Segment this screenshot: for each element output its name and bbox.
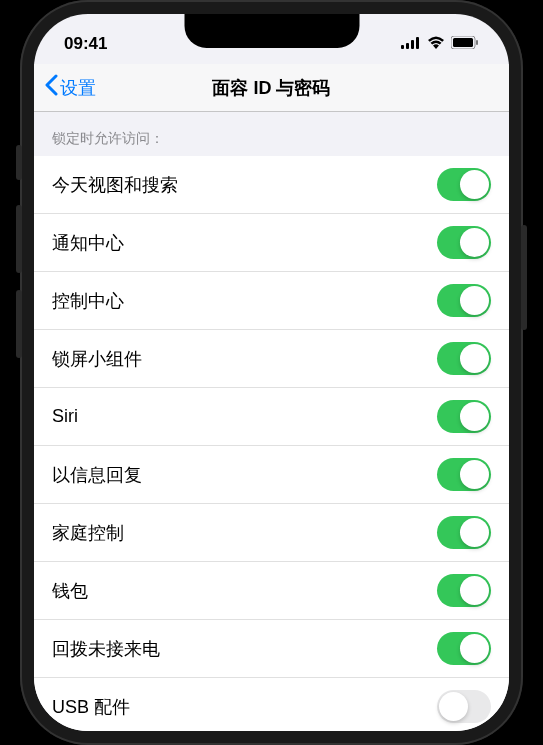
content-scroll[interactable]: 锁定时允许访问： 今天视图和搜索通知中心控制中心锁屏小组件Siri以信息回复家庭… [34, 112, 509, 731]
toggle-notification-center[interactable] [437, 226, 491, 259]
nav-bar: 设置 面容 ID 与密码 [34, 64, 509, 112]
toggle-knob [460, 170, 489, 199]
power-button [521, 225, 527, 330]
section-header: 锁定时允许访问： [34, 112, 509, 156]
row-label: 通知中心 [52, 231, 124, 255]
back-label: 设置 [60, 76, 96, 100]
toggle-control-center[interactable] [437, 284, 491, 317]
toggle-knob [439, 692, 468, 721]
svg-rect-0 [401, 45, 404, 49]
wifi-icon [427, 35, 445, 53]
silent-switch [16, 145, 22, 180]
row-label: 家庭控制 [52, 521, 124, 545]
toggle-home-control[interactable] [437, 516, 491, 549]
row-home-control: 家庭控制 [34, 504, 509, 562]
row-label: Siri [52, 406, 78, 427]
row-label: 控制中心 [52, 289, 124, 313]
toggle-wallet[interactable] [437, 574, 491, 607]
row-siri: Siri [34, 388, 509, 446]
svg-rect-1 [406, 43, 409, 49]
status-icons [401, 35, 479, 53]
row-label: 钱包 [52, 579, 88, 603]
back-button[interactable]: 设置 [44, 74, 96, 101]
chevron-left-icon [44, 74, 58, 101]
toggle-knob [460, 228, 489, 257]
page-title: 面容 ID 与密码 [34, 76, 509, 100]
row-today-view-search: 今天视图和搜索 [34, 156, 509, 214]
svg-rect-6 [476, 40, 478, 45]
row-label: 以信息回复 [52, 463, 142, 487]
toggle-knob [460, 634, 489, 663]
toggle-knob [460, 576, 489, 605]
status-time: 09:41 [64, 34, 107, 54]
toggle-knob [460, 460, 489, 489]
row-usb-accessories: USB 配件 [34, 678, 509, 731]
volume-down-button [16, 290, 22, 358]
toggle-return-missed-calls[interactable] [437, 632, 491, 665]
toggle-knob [460, 518, 489, 547]
row-lock-screen-widgets: 锁屏小组件 [34, 330, 509, 388]
phone-frame: 09:41 设置 面容 ID 与密码 [20, 0, 523, 745]
settings-list: 今天视图和搜索通知中心控制中心锁屏小组件Siri以信息回复家庭控制钱包回拨未接来… [34, 156, 509, 731]
toggle-knob [460, 344, 489, 373]
toggle-reply-with-message[interactable] [437, 458, 491, 491]
row-label: 锁屏小组件 [52, 347, 142, 371]
toggle-lock-screen-widgets[interactable] [437, 342, 491, 375]
row-return-missed-calls: 回拨未接来电 [34, 620, 509, 678]
row-wallet: 钱包 [34, 562, 509, 620]
svg-rect-3 [416, 37, 419, 49]
toggle-siri[interactable] [437, 400, 491, 433]
row-control-center: 控制中心 [34, 272, 509, 330]
battery-icon [451, 35, 479, 53]
svg-rect-5 [453, 38, 473, 47]
row-label: USB 配件 [52, 695, 130, 719]
svg-rect-2 [411, 40, 414, 49]
toggle-today-view-search[interactable] [437, 168, 491, 201]
toggle-knob [460, 402, 489, 431]
toggle-usb-accessories[interactable] [437, 690, 491, 723]
cellular-signal-icon [401, 35, 421, 53]
row-notification-center: 通知中心 [34, 214, 509, 272]
row-reply-with-message: 以信息回复 [34, 446, 509, 504]
row-label: 回拨未接来电 [52, 637, 160, 661]
toggle-knob [460, 286, 489, 315]
row-label: 今天视图和搜索 [52, 173, 178, 197]
volume-up-button [16, 205, 22, 273]
notch [184, 14, 359, 48]
screen: 09:41 设置 面容 ID 与密码 [34, 14, 509, 731]
